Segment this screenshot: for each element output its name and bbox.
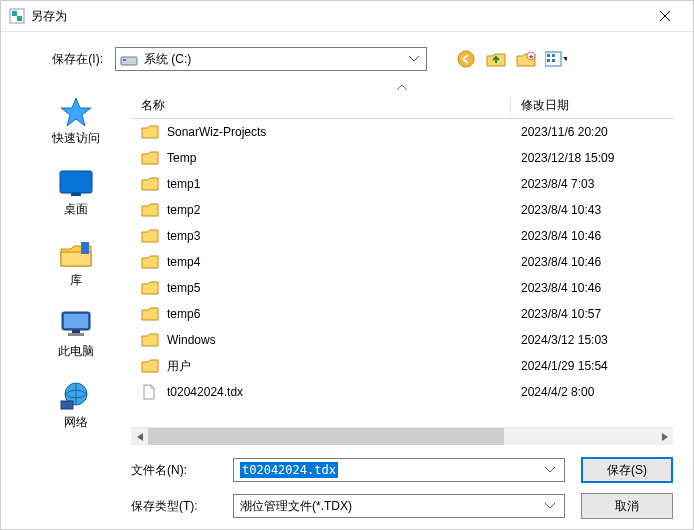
save-in-value: 系统 (C:): [144, 51, 191, 68]
filename-value: t02042024.tdx: [240, 462, 338, 478]
item-date: 2023/8/4 7:03: [511, 177, 673, 191]
folder-icon: [141, 124, 159, 140]
column-name-header[interactable]: 名称: [131, 97, 511, 114]
place-label: 网络: [64, 414, 88, 431]
chevron-down-icon: [542, 503, 558, 509]
column-date-header[interactable]: 修改日期: [511, 97, 673, 114]
svg-rect-18: [64, 314, 88, 328]
svg-rect-10: [552, 54, 555, 57]
column-headers: 名称 修改日期: [131, 92, 673, 119]
item-date: 2023/11/6 20:20: [511, 125, 673, 139]
folder-icon: [141, 280, 159, 296]
folder-icon: [141, 150, 159, 166]
svg-rect-13: [60, 171, 92, 193]
desktop-icon: [58, 167, 94, 199]
svg-rect-2: [17, 16, 22, 21]
place-label: 快速访问: [52, 130, 100, 147]
item-name: temp4: [167, 255, 200, 269]
place-label: 此电脑: [58, 343, 94, 360]
this-pc-icon: [58, 309, 94, 341]
svg-rect-19: [72, 330, 80, 333]
file-list: 名称 修改日期 SonarWiz-Projects2023/11/6 20:20…: [131, 82, 673, 445]
up-one-level-button[interactable]: [485, 48, 507, 70]
folder-row[interactable]: temp12023/8/4 7:03: [131, 171, 673, 197]
back-button[interactable]: [455, 48, 477, 70]
folder-icon: [141, 306, 159, 322]
place-label: 桌面: [64, 201, 88, 218]
network-icon: [58, 380, 94, 412]
folder-row[interactable]: Temp2023/12/18 15:09: [131, 145, 673, 171]
filename-input[interactable]: t02042024.tdx: [233, 458, 565, 482]
save-button[interactable]: 保存(S): [581, 457, 673, 483]
folder-row[interactable]: SonarWiz-Projects2023/11/6 20:20: [131, 119, 673, 145]
save-in-label: 保存在(I):: [21, 51, 107, 68]
folder-row[interactable]: 用户2024/1/29 15:54: [131, 353, 673, 379]
folder-row[interactable]: temp52023/8/4 10:46: [131, 275, 673, 301]
folder-icon: [141, 228, 159, 244]
svg-rect-20: [68, 333, 84, 336]
place-label: 库: [70, 272, 82, 289]
filetype-value: 潮位管理文件(*.TDX): [240, 498, 352, 515]
filetype-label: 保存类型(T):: [131, 498, 223, 515]
svg-rect-4: [123, 59, 126, 61]
folder-row[interactable]: temp42023/8/4 10:46: [131, 249, 673, 275]
folder-icon: [141, 254, 159, 270]
item-name: Windows: [167, 333, 216, 347]
svg-rect-11: [547, 59, 550, 62]
scroll-left-arrow[interactable]: [131, 428, 148, 445]
new-folder-button[interactable]: ★: [515, 48, 537, 70]
file-icon: [141, 384, 159, 400]
close-button[interactable]: [645, 2, 685, 30]
folder-row[interactable]: temp62023/8/4 10:57: [131, 301, 673, 327]
folder-row[interactable]: temp22023/8/4 10:43: [131, 197, 673, 223]
folder-row[interactable]: Windows2024/3/12 15:03: [131, 327, 673, 353]
scroll-right-arrow[interactable]: [656, 428, 673, 445]
scroll-up-indicator[interactable]: [131, 82, 673, 92]
item-name: t02042024.tdx: [167, 385, 243, 399]
item-date: 2023/8/4 10:46: [511, 229, 673, 243]
place-libraries[interactable]: 库: [21, 234, 131, 297]
item-name: temp5: [167, 281, 200, 295]
svg-text:★: ★: [528, 53, 534, 60]
toolbar: ★: [455, 48, 567, 70]
folder-icon: [141, 332, 159, 348]
item-date: 2023/8/4 10:46: [511, 281, 673, 295]
horizontal-scrollbar[interactable]: [131, 427, 673, 445]
svg-rect-14: [71, 193, 81, 196]
filename-label: 文件名(N):: [131, 462, 223, 479]
place-quick-access[interactable]: 快速访问: [21, 92, 131, 155]
form-area: 文件名(N): t02042024.tdx 保存(S) 保存类型(T): 潮位管…: [21, 457, 673, 519]
item-name: SonarWiz-Projects: [167, 125, 266, 139]
item-date: 2024/3/12 15:03: [511, 333, 673, 347]
place-desktop[interactable]: 桌面: [21, 163, 131, 226]
item-date: 2023/12/18 15:09: [511, 151, 673, 165]
file-row[interactable]: t02042024.tdx2024/4/2 8:00: [131, 379, 673, 405]
place-network[interactable]: 网络: [21, 376, 131, 439]
view-menu-button[interactable]: [545, 48, 567, 70]
svg-rect-12: [552, 59, 555, 62]
place-this-pc[interactable]: 此电脑: [21, 305, 131, 368]
window-title: 另存为: [31, 8, 645, 25]
item-name: temp2: [167, 203, 200, 217]
drive-icon: [120, 51, 138, 67]
save-in-row: 保存在(I): 系统 (C:) ★: [21, 42, 673, 76]
places-sidebar: 快速访问 桌面 库: [21, 82, 131, 445]
item-date: 2023/8/4 10:43: [511, 203, 673, 217]
item-name: Temp: [167, 151, 196, 165]
folder-row[interactable]: temp32023/8/4 10:46: [131, 223, 673, 249]
save-in-combo[interactable]: 系统 (C:): [115, 47, 427, 71]
scroll-thumb[interactable]: [148, 428, 504, 445]
scroll-track[interactable]: [148, 428, 656, 445]
item-name: temp3: [167, 229, 200, 243]
item-name: temp6: [167, 307, 200, 321]
chevron-down-icon: [406, 48, 422, 70]
svg-rect-22: [61, 401, 73, 409]
app-icon: [9, 8, 25, 24]
item-name: 用户: [167, 358, 191, 375]
svg-rect-1: [12, 11, 17, 16]
cancel-button[interactable]: 取消: [581, 493, 673, 519]
titlebar: 另存为: [1, 1, 693, 32]
folder-icon: [141, 176, 159, 192]
save-as-dialog: 另存为 保存在(I): 系统 (C:): [0, 0, 694, 530]
filetype-combo[interactable]: 潮位管理文件(*.TDX): [233, 494, 565, 518]
